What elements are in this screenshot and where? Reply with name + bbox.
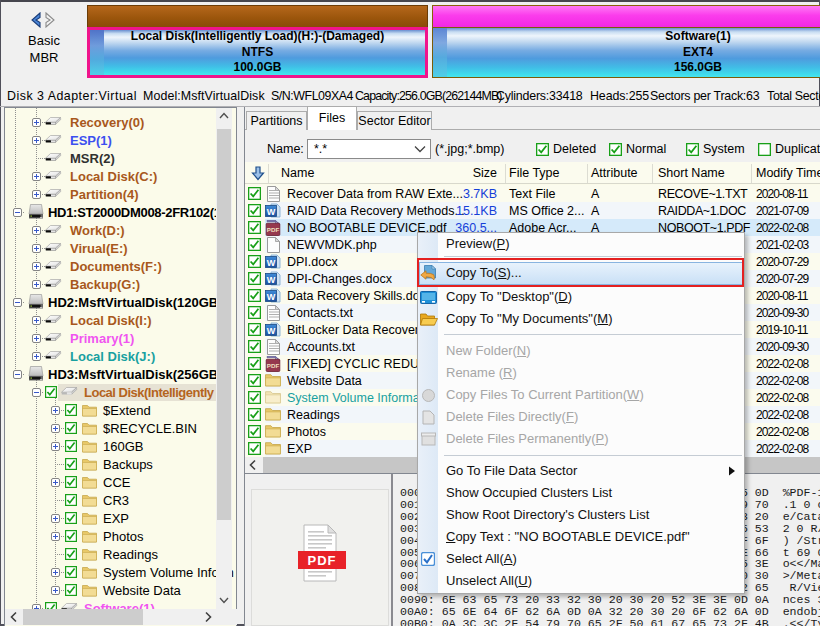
svg-text:W: W — [267, 207, 276, 217]
svg-text:W: W — [267, 326, 276, 336]
svg-text:W: W — [267, 292, 276, 302]
svg-text:PDF: PDF — [267, 226, 280, 233]
svg-text:W: W — [267, 275, 276, 285]
svg-text:W: W — [267, 258, 276, 268]
svg-text:PDF: PDF — [267, 362, 280, 369]
svg-text:PDF: PDF — [308, 553, 337, 568]
